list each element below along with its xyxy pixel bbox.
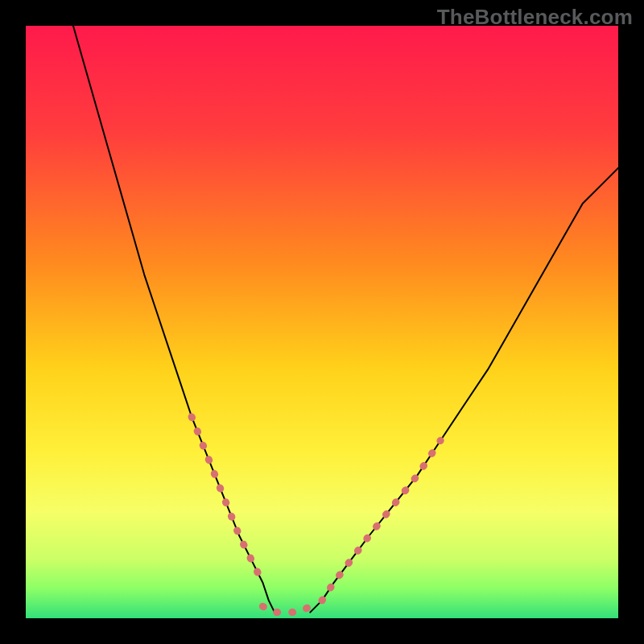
bottleneck-curve-chart [26,26,618,618]
chart-frame: TheBottleneck.com [0,0,644,644]
gradient-background [26,26,618,618]
